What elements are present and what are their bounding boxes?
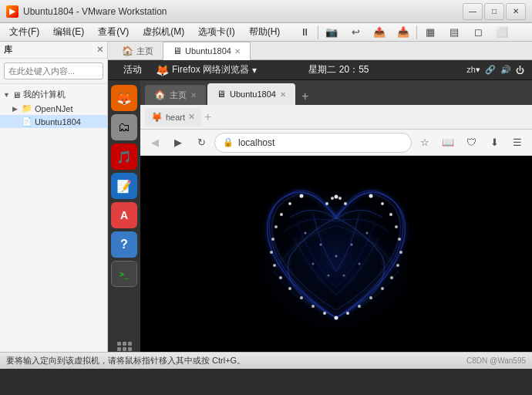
menu-view[interactable]: 查看(V): [92, 24, 135, 40]
dock-firefox[interactable]: 🦊: [111, 85, 137, 111]
sidebar-tree: ▼ 🖥 我的计算机 ▶ 📁 OpenNJet 📄 Ubuntu1804: [0, 84, 107, 352]
svg-point-21: [335, 316, 338, 320]
svg-point-11: [389, 213, 392, 216]
computer-icon: 🖥: [12, 90, 21, 100]
firefox-tabbar: 🏠 主页 ✕ 🖥 Ubuntu1804 ✕ +: [140, 80, 532, 105]
folder-icon-openNJet: 📁: [22, 103, 32, 113]
toolbar-view2[interactable]: ▤: [443, 22, 465, 42]
ff-tab-active[interactable]: 🖥 Ubuntu1804 ✕: [207, 83, 295, 105]
svg-point-19: [311, 305, 315, 308]
vmware-status-bar: 要将输入定向到该虚拟机，请将鼠标指针移入其中或按 Ctrl+G。 C8DN @W…: [0, 352, 532, 369]
ff-active-tab-icon: 🖥: [217, 89, 226, 100]
ff-download-btn[interactable]: ⬇: [484, 133, 504, 153]
toolbar-revert[interactable]: ↩: [345, 22, 366, 42]
svg-point-15: [396, 264, 399, 267]
firefox-gnome-icon: 🦊: [156, 64, 169, 76]
gnome-app-arrow: ▾: [252, 65, 257, 76]
ff-tab-home-label: 主页: [170, 89, 187, 101]
ff-menu-btn[interactable]: ☰: [507, 133, 527, 153]
tree-item-mycomputer[interactable]: ▼ 🖥 我的计算机: [0, 87, 107, 102]
svg-point-3: [288, 202, 291, 205]
tree-item-openNJet[interactable]: ▶ 📁 OpenNJet: [0, 102, 107, 115]
ff-search-clear[interactable]: ✕: [188, 112, 195, 122]
tab-ubuntu-close[interactable]: ✕: [234, 47, 241, 56]
main-layout: 库 ✕ ▼ 🖥 我的计算机 ▶ 📁 OpenNJet 📄 Ubuntu1804: [0, 42, 532, 352]
activities-button[interactable]: 活动: [116, 62, 150, 78]
toolbar-pause[interactable]: ⏸: [294, 22, 315, 42]
tree-label-mycomputer: 我的计算机: [23, 89, 66, 100]
svg-point-5: [274, 225, 278, 228]
svg-point-12: [395, 225, 398, 228]
svg-point-37: [312, 263, 315, 265]
firefox-searchbar-area: 🦊 heart ✕ +: [140, 105, 532, 130]
svg-point-40: [359, 263, 361, 265]
ff-back-btn[interactable]: ◀: [145, 133, 165, 153]
sidebar-search-input[interactable]: [4, 62, 103, 79]
music-dock-icon: 🎵: [116, 150, 132, 164]
ff-url-text: localhost: [238, 137, 403, 148]
svg-point-16: [279, 276, 282, 279]
toolbar-view4[interactable]: ⬜: [491, 22, 513, 42]
ff-tab-home-close[interactable]: ✕: [190, 91, 197, 100]
toolbar-snapshot[interactable]: 📷: [321, 22, 342, 42]
svg-point-30: [338, 197, 342, 200]
menu-vm[interactable]: 虚拟机(M): [136, 24, 190, 40]
ff-new-tab-btn[interactable]: +: [295, 89, 315, 103]
toolbar-send[interactable]: 📤: [369, 22, 390, 42]
ff-home-tab-icon: 🏠: [154, 89, 166, 100]
heart-visualization: [213, 156, 460, 352]
svg-point-20: [323, 312, 326, 315]
dock-writer[interactable]: 📝: [111, 173, 137, 199]
sidebar-close-icon[interactable]: ✕: [96, 45, 103, 55]
tab-ubuntu[interactable]: 🖥 Ubuntu1804 ✕: [163, 42, 251, 60]
ff-search-input-area[interactable]: 🦊 heart ✕: [145, 108, 201, 127]
dock-terminal[interactable]: >_: [111, 261, 137, 287]
dock-music[interactable]: 🎵: [111, 143, 137, 170]
menu-edit[interactable]: 编辑(E): [47, 24, 90, 40]
ff-search-plus[interactable]: +: [204, 110, 211, 124]
vm-content: 🏠 主页 🖥 Ubuntu1804 ✕ 活动 🦊 Firefox 网络浏览器 ▾…: [108, 42, 532, 352]
close-button[interactable]: ✕: [506, 3, 526, 20]
ff-reload-btn[interactable]: ↻: [191, 133, 211, 153]
svg-point-10: [381, 202, 384, 205]
svg-point-4: [280, 213, 283, 216]
menu-help[interactable]: 帮助(H): [243, 24, 287, 40]
tab-home[interactable]: 🏠 主页: [113, 42, 163, 59]
appgrid-dock-icon: [117, 342, 132, 351]
dock-files[interactable]: 🗂: [111, 114, 137, 140]
tree-item-ubuntu[interactable]: 📄 Ubuntu1804: [0, 115, 107, 128]
gnome-volume-icon: 🔊: [500, 65, 511, 75]
svg-point-25: [381, 287, 384, 290]
menu-file[interactable]: 文件(F): [3, 24, 45, 40]
toolbar-receive[interactable]: 📥: [392, 22, 414, 42]
ff-tab-active-close[interactable]: ✕: [280, 90, 286, 99]
svg-point-36: [366, 232, 369, 235]
svg-point-7: [270, 251, 273, 254]
dock-fonts[interactable]: A: [111, 202, 137, 228]
maximize-button[interactable]: □: [484, 3, 504, 20]
dock-bar: 🦊 🗂 🎵 📝 A ?: [108, 80, 140, 352]
toolbar-view1[interactable]: ▦: [419, 22, 441, 42]
ff-forward-btn[interactable]: ▶: [168, 133, 188, 153]
sidebar-search: [0, 59, 107, 84]
fonts-dock-icon: A: [120, 209, 128, 221]
gnome-network-icon: 🔗: [485, 65, 496, 75]
ubuntu-desktop: 活动 🦊 Firefox 网络浏览器 ▾ 星期二 20：55 zh▾ 🔗 🔊 ⏻: [108, 60, 532, 352]
firefox-dock-icon: 🦊: [116, 91, 132, 106]
ff-reading-btn[interactable]: 📖: [438, 133, 458, 153]
ff-tab-home[interactable]: 🏠 主页 ✕: [145, 85, 206, 105]
minimize-button[interactable]: —: [463, 3, 483, 20]
menu-tabs[interactable]: 选项卡(I): [192, 24, 241, 40]
gnome-lang[interactable]: zh▾: [466, 65, 480, 75]
svg-point-18: [300, 296, 303, 299]
toolbar-view3[interactable]: ◻: [467, 22, 489, 42]
dock-help[interactable]: ?: [111, 231, 137, 258]
tab-home-label: 主页: [136, 46, 153, 57]
ff-shield-btn[interactable]: 🛡: [461, 133, 481, 153]
ff-bookmark-btn[interactable]: ☆: [415, 133, 435, 153]
tab-ubuntu-label: Ubuntu1804: [185, 46, 231, 56]
vm-tab-strip: 🏠 主页 🖥 Ubuntu1804 ✕: [108, 42, 532, 60]
dock-appgrid[interactable]: [111, 333, 137, 352]
ff-address-bar[interactable]: 🔒 localhost: [214, 133, 412, 153]
tree-label-ubuntu: Ubuntu1804: [35, 117, 81, 127]
